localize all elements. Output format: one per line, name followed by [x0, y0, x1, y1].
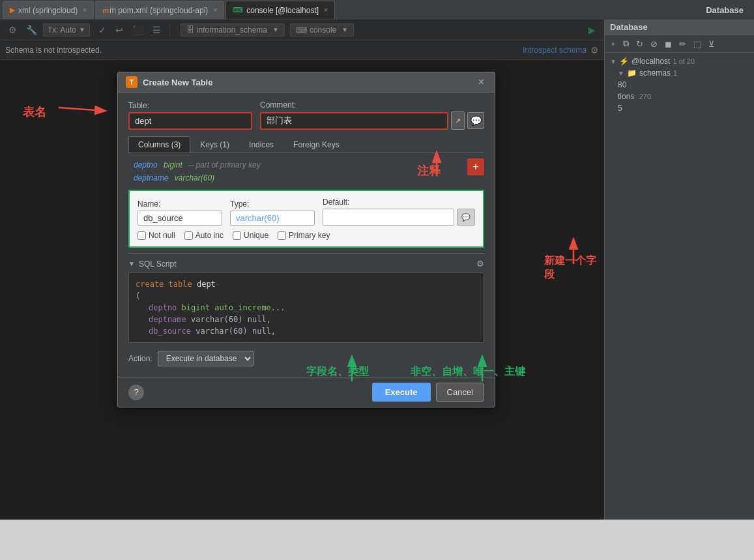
action-select[interactable]: Execute in databasePreview SQL only	[158, 351, 254, 366]
connection-icon: ⚡	[619, 57, 629, 66]
tab-xml-springcloud[interactable]: ▶ xml (springcloud) ×	[3, 1, 94, 19]
column-item-deptname[interactable]: deptname varchar(60)	[128, 171, 484, 184]
comment-label: Comment:	[260, 100, 484, 110]
annotation-new-field: 新建一个字段	[544, 254, 604, 282]
db-panel-title: Database	[610, 22, 648, 32]
col-type-field[interactable]	[230, 211, 315, 226]
col-name-field[interactable]	[138, 211, 222, 226]
col-default-label: Default:	[323, 198, 475, 207]
tab-database[interactable]: Database	[699, 1, 750, 19]
db-connection-item[interactable]: ▼ ⚡ @localhost 1 of 20	[605, 55, 754, 67]
tree-arrow: ▼	[610, 58, 616, 65]
sql-section-label: SQL Script	[139, 259, 177, 269]
col-type-2: varchar(60)	[175, 173, 214, 183]
console-icon: ⌨	[233, 6, 243, 14]
col-default-group: Default: 💬	[323, 198, 475, 226]
cancel-btn[interactable]: Cancel	[436, 383, 484, 402]
col-name-label: Name:	[138, 199, 222, 209]
col-type-group: Type:	[230, 199, 315, 226]
tions-count: 270	[639, 93, 651, 100]
db-panel-header: Database	[605, 20, 754, 35]
primary-key-label: Primary key	[289, 231, 330, 240]
db-sql-filter-btn[interactable]: ⊻	[706, 38, 718, 50]
column-editor: Name: Type: Default:	[128, 190, 484, 248]
tab-close-console[interactable]: ×	[324, 7, 328, 14]
tab-foreign-keys[interactable]: Foreign Keys	[283, 136, 349, 153]
col-comment: -- part of primary key	[188, 160, 261, 169]
db-item-80[interactable]: 80	[605, 79, 754, 91]
col-type-label: Type:	[230, 199, 315, 209]
tab-close[interactable]: ×	[83, 7, 87, 14]
tab-label-console: console [@localhost]	[246, 6, 319, 15]
dialog-icon: T	[126, 76, 138, 88]
comment-extra-btn[interactable]: 💬	[467, 112, 484, 129]
editor-panel: ⚙ 🔧 Tx: Auto ▼ ✓ ↩ ⬛ ☰ 🗄 information_sch…	[0, 20, 604, 520]
help-btn[interactable]: ?	[128, 385, 144, 400]
db-filter-btn[interactable]: ⊘	[648, 38, 660, 50]
db-stop-btn[interactable]: ◼	[662, 38, 674, 50]
tab-console[interactable]: ⌨ console [@localhost] ×	[225, 1, 335, 19]
dialog-title-bar: T Create New Table ×	[118, 72, 495, 93]
column-item-deptno[interactable]: deptno bigint -- part of primary key	[128, 158, 484, 171]
arrow-tablename	[59, 95, 111, 123]
unique-label: Unique	[244, 231, 268, 240]
action-row: Action: Execute in databasePreview SQL o…	[128, 348, 484, 369]
tab-keys[interactable]: Keys (1)	[190, 136, 239, 153]
dialog-footer: ? Execute Cancel	[118, 377, 495, 407]
db-refresh-btn[interactable]: ↻	[633, 38, 646, 50]
unique-input[interactable]	[233, 231, 241, 240]
tab-columns[interactable]: Columns (3)	[128, 136, 190, 153]
xml-icon: ▶	[10, 6, 15, 14]
execute-btn[interactable]: Execute	[372, 383, 431, 402]
comment-wrapper: ↗ 💬	[260, 111, 484, 130]
dialog-title-text: Create New Table	[143, 78, 476, 87]
db-edit-btn[interactable]: ✏	[676, 38, 689, 50]
tab-close-pom[interactable]: ×	[213, 7, 217, 14]
sql-line-5: db_source varchar(60) null,	[136, 325, 477, 337]
primary-key-input[interactable]	[278, 231, 286, 240]
db-item-5[interactable]: 5	[605, 102, 754, 114]
page-badge: 1 of 20	[673, 57, 695, 65]
sql-gear-btn[interactable]: ⚙	[476, 259, 484, 269]
col-name-group: Name:	[138, 199, 222, 226]
primary-key-checkbox[interactable]: Primary key	[278, 231, 330, 240]
dialog-body: Table: Comment: ↗ 💬	[118, 93, 495, 377]
db-copy-btn[interactable]: ⧉	[620, 37, 631, 50]
sql-section: ▼ SQL Script ⚙ create table dept ( deptn…	[128, 253, 484, 369]
db-add-btn[interactable]: +	[608, 38, 618, 50]
db-schemas-item[interactable]: ▼ 📁 schemas 1	[605, 67, 754, 79]
dialog-close-btn[interactable]: ×	[476, 76, 487, 88]
sql-content: create table dept ( deptno bigint auto_i…	[128, 273, 484, 343]
auto-inc-checkbox[interactable]: Auto inc	[184, 231, 224, 240]
auto-inc-input[interactable]	[184, 231, 193, 240]
col-comment-btn[interactable]: 💬	[457, 209, 475, 226]
col-default-field[interactable]	[323, 209, 454, 226]
not-null-checkbox[interactable]: Not null	[138, 231, 175, 240]
db-item-tions[interactable]: tions 270	[605, 91, 754, 102]
comment-expand-btn[interactable]: ↗	[451, 111, 465, 130]
sql-line-4: deptname varchar(60) null,	[136, 314, 477, 325]
schemas-count: 1	[673, 69, 677, 77]
page-info: 1 of 20	[673, 57, 695, 65]
col-name-2: deptname	[134, 173, 168, 183]
db-export-btn[interactable]: ⬚	[691, 38, 704, 50]
sql-section-header[interactable]: ▼ SQL Script ⚙	[128, 259, 484, 269]
col-name: deptno	[134, 160, 158, 169]
tab-pom-xml[interactable]: m m pom.xml (springcloud-api) ×	[95, 1, 224, 19]
table-name-input[interactable]	[128, 112, 252, 130]
pom-icon: m	[102, 7, 109, 14]
unique-checkbox[interactable]: Unique	[233, 231, 268, 240]
arrow-newfield	[564, 235, 590, 269]
main-area: ⚙ 🔧 Tx: Auto ▼ ✓ ↩ ⬛ ☰ 🗄 information_sch…	[0, 20, 754, 520]
comment-input[interactable]	[260, 112, 448, 130]
sql-collapse-arrow: ▼	[128, 260, 135, 267]
not-null-label: Not null	[149, 231, 175, 240]
sql-line-2: (	[136, 290, 477, 302]
table-label: Table:	[128, 101, 252, 110]
db-toolbar: + ⧉ ↻ ⊘ ◼ ✏ ⬚ ⊻	[605, 35, 754, 53]
db-tree: ▼ ⚡ @localhost 1 of 20 ▼ 📁 schemas 1 80 …	[605, 53, 754, 117]
add-column-btn[interactable]: +	[467, 158, 484, 175]
not-null-input[interactable]	[138, 231, 146, 240]
col-default-wrapper: 💬	[323, 209, 475, 226]
tab-indices[interactable]: Indices	[239, 136, 283, 153]
